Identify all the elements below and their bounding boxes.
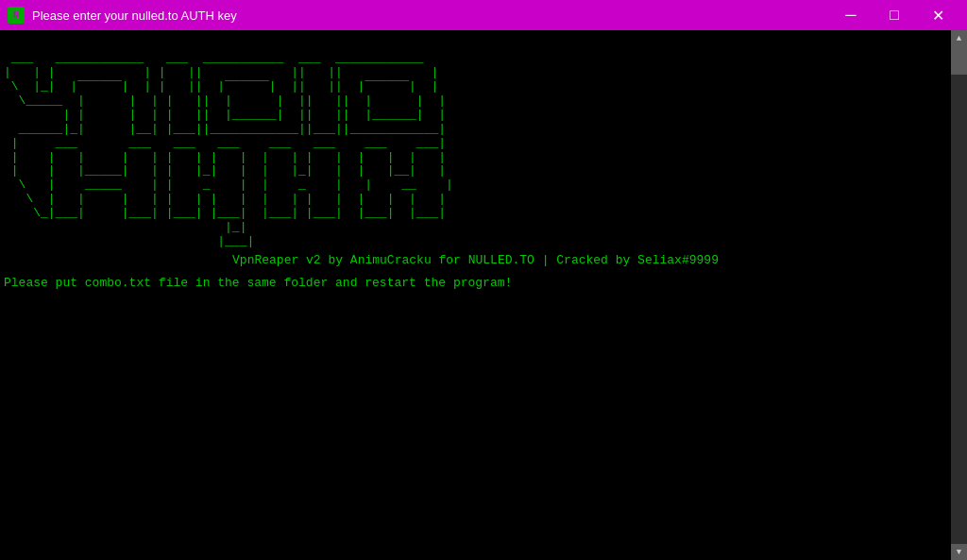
titlebar: N Please enter your nulled.to AUTH key ─… [0, 0, 967, 30]
close-button[interactable]: ✕ [916, 0, 959, 30]
window-title: Please enter your nulled.to AUTH key [32, 8, 237, 23]
ascii-art-display: ___ ____________ ___ ___________ ___ ___… [4, 38, 947, 249]
scroll-up-button[interactable]: ▲ [951, 30, 967, 46]
window-body: ___ ____________ ___ ___________ ___ ___… [0, 30, 967, 560]
minimize-button[interactable]: ─ [829, 0, 873, 30]
scrollbar: ▲ ▼ [951, 30, 967, 560]
app-icon-label: N [13, 10, 19, 21]
scrollbar-thumb[interactable] [951, 46, 967, 75]
scroll-down-button[interactable]: ▼ [951, 544, 967, 560]
window-controls: ─ □ ✕ [829, 0, 959, 30]
status-message: Please put combo.txt file in the same fo… [4, 276, 947, 291]
scrollbar-track [951, 46, 967, 544]
app-icon: N [8, 7, 25, 24]
console-output: ___ ____________ ___ ___________ ___ ___… [0, 30, 951, 560]
maximize-button[interactable]: □ [873, 0, 916, 30]
subtitle-text: VpnReaper v2 by AnimuCracku for NULLED.T… [4, 253, 947, 268]
titlebar-left: N Please enter your nulled.to AUTH key [8, 7, 237, 24]
